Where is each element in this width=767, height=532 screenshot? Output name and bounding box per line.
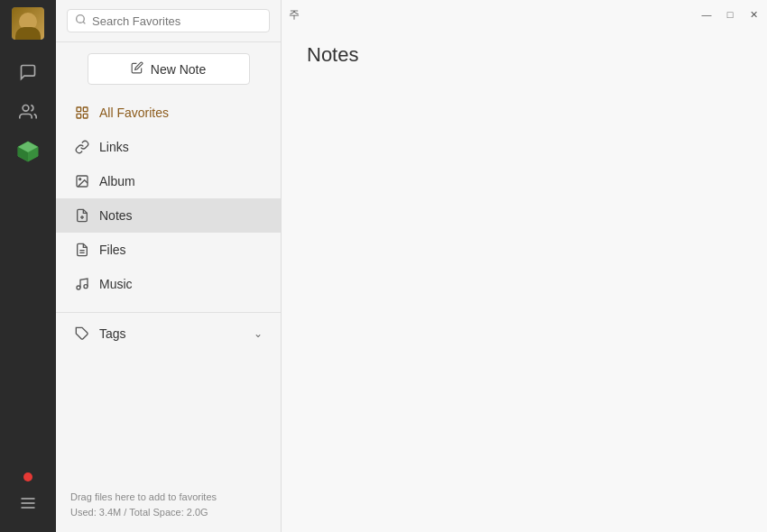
nav-list: All Favorites Links Album bbox=[56, 96, 281, 308]
menu-icon[interactable] bbox=[10, 485, 46, 521]
new-note-label: New Note bbox=[151, 62, 206, 77]
sidebar-item-files[interactable]: Files bbox=[56, 233, 281, 267]
sidebar-item-links[interactable]: Links bbox=[56, 130, 281, 164]
sidebar-item-tags[interactable]: Tags ⌄ bbox=[56, 316, 281, 351]
avatar[interactable] bbox=[12, 7, 44, 40]
sidebar-item-music[interactable]: Music bbox=[56, 267, 281, 301]
users-icon[interactable] bbox=[10, 94, 46, 130]
pencil-icon bbox=[131, 61, 143, 77]
svg-rect-13 bbox=[83, 114, 88, 118]
sidebar-item-notes[interactable]: Notes bbox=[56, 198, 281, 233]
note-icon bbox=[74, 207, 90, 224]
grid-icon bbox=[74, 105, 90, 121]
all-favorites-label: All Favorites bbox=[99, 105, 169, 120]
svg-line-9 bbox=[83, 22, 85, 23]
svg-point-15 bbox=[79, 179, 81, 180]
svg-point-21 bbox=[84, 285, 88, 289]
notes-label: Notes bbox=[99, 208, 133, 223]
sidebar-item-all-favorites[interactable]: All Favorites bbox=[56, 96, 281, 130]
svg-point-20 bbox=[77, 286, 80, 289]
svg-rect-11 bbox=[83, 107, 88, 112]
search-input-wrap[interactable] bbox=[67, 9, 270, 32]
titlebar-char: 주 bbox=[289, 7, 300, 23]
search-input[interactable] bbox=[92, 14, 262, 28]
sidebar-item-album[interactable]: Album bbox=[56, 164, 281, 198]
sidebar-footer: Drag files here to add to favorites Used… bbox=[56, 479, 281, 532]
link-icon bbox=[74, 139, 90, 155]
page-title: Notes bbox=[282, 29, 767, 76]
tags-label: Tags bbox=[99, 326, 126, 341]
links-label: Links bbox=[99, 140, 129, 154]
sidebar: New Note All Favorites Links bbox=[56, 0, 282, 532]
minimize-button[interactable]: — bbox=[700, 8, 713, 21]
new-note-button[interactable]: New Note bbox=[88, 53, 250, 85]
image-icon bbox=[74, 173, 90, 189]
file-icon bbox=[74, 242, 90, 258]
chat-icon[interactable] bbox=[10, 54, 46, 90]
notification-dot bbox=[23, 472, 32, 482]
music-icon bbox=[74, 276, 90, 292]
close-button[interactable]: ✕ bbox=[747, 8, 760, 21]
maximize-button[interactable]: □ bbox=[724, 8, 736, 21]
svg-point-0 bbox=[23, 105, 29, 112]
svg-point-8 bbox=[77, 15, 85, 23]
tag-icon bbox=[74, 326, 90, 342]
svg-rect-10 bbox=[77, 107, 81, 112]
search-bar bbox=[56, 0, 281, 42]
titlebar: 주 — □ ✕ bbox=[282, 0, 767, 29]
main-content: 주 — □ ✕ Notes bbox=[282, 0, 767, 532]
rail-bottom bbox=[10, 472, 46, 532]
files-label: Files bbox=[99, 243, 126, 257]
music-label: Music bbox=[99, 277, 133, 291]
drag-hint: Drag files here to add to favorites bbox=[70, 490, 266, 506]
svg-rect-12 bbox=[77, 114, 81, 118]
nav-divider bbox=[56, 312, 281, 313]
search-icon bbox=[75, 14, 87, 28]
storage-info: Used: 3.4M / Total Space: 2.0G bbox=[70, 505, 266, 521]
chevron-down-icon: ⌄ bbox=[254, 327, 263, 340]
icon-rail bbox=[0, 0, 56, 532]
album-label: Album bbox=[99, 174, 135, 188]
cube-icon[interactable] bbox=[10, 133, 46, 170]
